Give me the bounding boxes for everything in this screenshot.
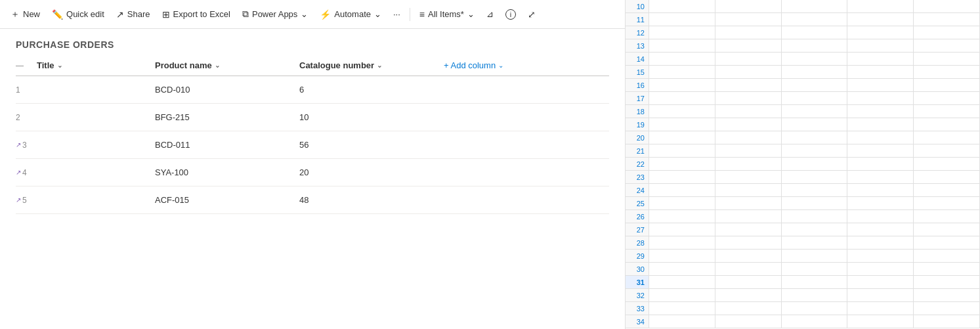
sheet-cell[interactable]	[847, 92, 914, 105]
sheet-cell[interactable]	[715, 158, 782, 171]
sheet-cell[interactable]	[914, 289, 980, 302]
sheet-cell[interactable]	[847, 236, 914, 250]
sheet-row-number[interactable]: 26	[626, 210, 649, 223]
export-button[interactable]: ⊞ Export to Excel	[157, 6, 236, 23]
sheet-cell[interactable]	[715, 66, 782, 79]
sheet-cell[interactable]	[782, 118, 848, 131]
sheet-cell[interactable]	[847, 144, 914, 158]
sheet-cell[interactable]	[715, 79, 782, 92]
sheet-cell[interactable]	[782, 158, 848, 171]
sheet-cell[interactable]	[782, 105, 848, 118]
sheet-row-number[interactable]: 10	[626, 0, 649, 12]
sheet-cell[interactable]	[847, 302, 914, 315]
sheet-row-number[interactable]: 17	[626, 92, 649, 104]
sheet-cell[interactable]	[914, 53, 980, 66]
sheet-row-number[interactable]: 12	[626, 26, 649, 39]
sheet-row-number[interactable]: 11	[626, 13, 649, 26]
sheet-row-number[interactable]: 33	[626, 302, 649, 315]
sheet-cell[interactable]	[715, 263, 782, 276]
sheet-cell[interactable]	[715, 26, 782, 39]
sheet-cell[interactable]	[782, 53, 848, 66]
sheet-cell[interactable]	[914, 184, 980, 197]
expand-button[interactable]: ⤢	[522, 6, 541, 23]
sheet-row-number[interactable]: 18	[626, 105, 649, 118]
share-button[interactable]: ↗ Share	[111, 6, 156, 23]
sheet-cell[interactable]	[847, 13, 914, 26]
sheet-cell[interactable]	[782, 263, 848, 276]
sheet-row-number[interactable]: 14	[626, 53, 649, 65]
sheet-row-number[interactable]: 30	[626, 263, 649, 275]
sheet-cell[interactable]	[782, 79, 848, 92]
sheet-cell[interactable]	[914, 171, 980, 184]
sheet-cell[interactable]	[715, 0, 782, 13]
sheet-row-number[interactable]: 32	[626, 289, 649, 301]
sheet-cell[interactable]	[715, 223, 782, 236]
sheet-cell[interactable]	[782, 289, 848, 302]
sheet-row-number[interactable]: 13	[626, 39, 649, 52]
sheet-cell[interactable]	[847, 289, 914, 302]
sheet-cell[interactable]	[782, 131, 848, 144]
sheet-row-number[interactable]: 25	[626, 197, 649, 209]
sheet-cell[interactable]	[914, 276, 980, 289]
sheet-cell[interactable]	[649, 250, 715, 263]
sheet-cell[interactable]	[847, 118, 914, 131]
sheet-cell[interactable]	[649, 171, 715, 184]
add-column-button[interactable]: + Add column ⌄	[444, 60, 609, 70]
sheet-cell[interactable]	[847, 131, 914, 144]
sheet-row-number[interactable]: 27	[626, 223, 649, 236]
sheet-cell[interactable]	[782, 184, 848, 197]
sheet-cell[interactable]	[715, 118, 782, 131]
sheet-cell[interactable]	[914, 250, 980, 263]
sheet-row-number[interactable]: 34	[626, 315, 649, 328]
sheet-cell[interactable]	[715, 13, 782, 26]
sheet-row-number[interactable]: 19	[626, 118, 649, 131]
sheet-cell[interactable]	[914, 197, 980, 210]
sheet-cell[interactable]	[914, 302, 980, 315]
sheet-row-number[interactable]: 24	[626, 184, 649, 196]
sheet-cell[interactable]	[847, 79, 914, 92]
sheet-cell[interactable]	[782, 0, 848, 13]
sheet-row-number[interactable]: 15	[626, 66, 649, 78]
sheet-cell[interactable]	[649, 302, 715, 315]
sheet-row-number[interactable]: 29	[626, 250, 649, 262]
sheet-cell[interactable]	[847, 250, 914, 263]
sheet-cell[interactable]	[782, 39, 848, 53]
sheet-cell[interactable]	[649, 0, 715, 13]
table-row[interactable]: ↗ 4 SYA-100 20	[16, 159, 609, 186]
sheet-cell[interactable]	[715, 289, 782, 302]
sheet-cell[interactable]	[715, 39, 782, 53]
table-row[interactable]: 1 BCD-010 6	[16, 76, 609, 104]
sheet-cell[interactable]	[649, 236, 715, 250]
sheet-cell[interactable]	[649, 105, 715, 118]
sheet-cell[interactable]	[649, 144, 715, 158]
sheet-cell[interactable]	[649, 13, 715, 26]
sheet-cell[interactable]	[715, 250, 782, 263]
sheet-cell[interactable]	[847, 105, 914, 118]
sheet-cell[interactable]	[847, 171, 914, 184]
sheet-cell[interactable]	[914, 39, 980, 53]
sheet-cell[interactable]	[649, 210, 715, 223]
sheet-cell[interactable]	[847, 66, 914, 79]
sheet-cell[interactable]	[914, 92, 980, 105]
sheet-cell[interactable]	[847, 158, 914, 171]
sheet-cell[interactable]	[715, 144, 782, 158]
sheet-cell[interactable]	[914, 223, 980, 236]
sheet-cell[interactable]	[847, 53, 914, 66]
sheet-cell[interactable]	[782, 223, 848, 236]
sheet-row-number[interactable]: 22	[626, 158, 649, 170]
sheet-cell[interactable]	[914, 13, 980, 26]
sheet-cell[interactable]	[782, 66, 848, 79]
sheet-row-number[interactable]: 21	[626, 144, 649, 157]
sheet-cell[interactable]	[847, 210, 914, 223]
new-button[interactable]: ＋ New	[5, 5, 45, 24]
sheet-cell[interactable]	[914, 210, 980, 223]
sheet-cell[interactable]	[914, 131, 980, 144]
sheet-cell[interactable]	[782, 276, 848, 289]
sheet-cell[interactable]	[782, 302, 848, 315]
sheet-cell[interactable]	[649, 26, 715, 39]
sheet-cell[interactable]	[782, 171, 848, 184]
sheet-cell[interactable]	[649, 197, 715, 210]
sheet-cell[interactable]	[914, 66, 980, 79]
view-selector[interactable]: ≡ All Items* ⌄	[414, 6, 480, 23]
sheet-cell[interactable]	[715, 210, 782, 223]
